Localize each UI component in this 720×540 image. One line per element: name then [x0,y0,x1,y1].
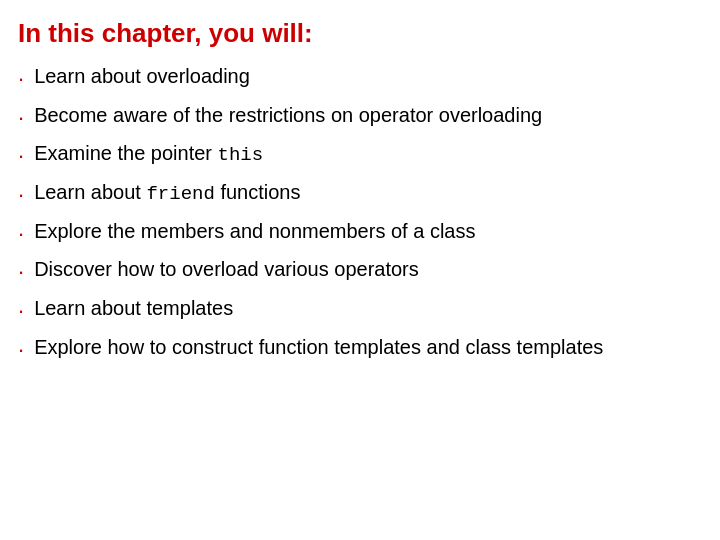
code-friend: friend [146,183,214,205]
item-text: Discover how to overload various operato… [34,256,700,283]
item-text: Explore the members and nonmembers of a … [34,218,700,245]
item-text: Learn about friend functions [34,179,700,208]
code-this: this [218,144,264,166]
bullet-dot: · [18,296,24,326]
item-text: Examine the pointer this [34,140,700,169]
item-text: Learn about templates [34,295,700,322]
list-item: · Learn about overloading [18,63,700,94]
bullet-dot: · [18,141,24,171]
item-text: Become aware of the restrictions on oper… [34,102,700,129]
list-item: · Explore how to construct function temp… [18,334,700,365]
page-container: In this chapter, you will: · Learn about… [0,0,720,540]
list-item: · Learn about friend functions [18,179,700,210]
list-item: · Become aware of the restrictions on op… [18,102,700,133]
bullet-dot: · [18,103,24,133]
bullet-dot: · [18,64,24,94]
list-item: · Examine the pointer this [18,140,700,171]
list-item: · Learn about templates [18,295,700,326]
item-text: Learn about overloading [34,63,700,90]
bullet-list: · Learn about overloading · Become aware… [18,63,700,365]
list-item: · Discover how to overload various opera… [18,256,700,287]
bullet-dot: · [18,219,24,249]
item-text: Explore how to construct function templa… [34,334,700,361]
list-item: · Explore the members and nonmembers of … [18,218,700,249]
bullet-dot: · [18,335,24,365]
bullet-dot: · [18,180,24,210]
chapter-title: In this chapter, you will: [18,18,700,49]
bullet-dot: · [18,257,24,287]
